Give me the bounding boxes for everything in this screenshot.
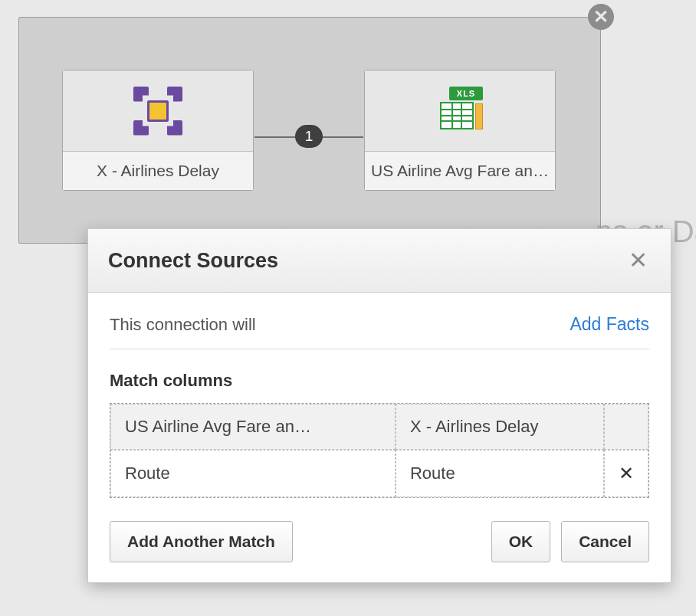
- ok-button[interactable]: OK: [491, 521, 551, 562]
- connection-will-row: This connection will Add Facts: [110, 293, 649, 349]
- dialog-header: Connect Sources ✕: [88, 229, 671, 293]
- dialog-title: Connect Sources: [108, 249, 278, 273]
- match-left-column[interactable]: Route: [110, 450, 396, 497]
- remove-match-button[interactable]: ✕: [604, 450, 648, 497]
- source-box-left[interactable]: X - Airlines Delay: [62, 70, 254, 191]
- canvas-close-button[interactable]: ✕: [588, 4, 614, 30]
- source-left-label: X - Airlines Delay: [63, 152, 253, 190]
- table-header-row: US Airline Avg Fare an… X - Airlines Del…: [110, 404, 648, 450]
- connect-sources-dialog: Connect Sources ✕ This connection will A…: [87, 228, 671, 583]
- close-icon: ✕: [629, 247, 648, 273]
- header-left-source[interactable]: US Airline Avg Fare an…: [110, 404, 396, 450]
- subject-area-icon: [63, 70, 253, 152]
- header-action-cell: [604, 404, 648, 450]
- dialog-close-button[interactable]: ✕: [625, 246, 651, 275]
- add-another-match-button[interactable]: Add Another Match: [110, 521, 293, 562]
- close-icon: ✕: [593, 8, 609, 26]
- header-right-source[interactable]: X - Airlines Delay: [396, 404, 604, 450]
- match-right-column[interactable]: Route: [396, 450, 604, 497]
- table-row: Route Route ✕: [110, 450, 648, 497]
- match-columns-heading: Match columns: [110, 371, 649, 391]
- match-columns-table: US Airline Avg Fare an… X - Airlines Del…: [110, 403, 649, 498]
- xls-file-icon: XLS: [365, 70, 555, 152]
- dialog-body: This connection will Add Facts Match col…: [88, 293, 671, 582]
- source-right-label: US Airline Avg Fare an…: [365, 152, 555, 190]
- cancel-button[interactable]: Cancel: [561, 521, 649, 562]
- dialog-footer: Add Another Match OK Cancel: [110, 498, 649, 562]
- data-sources-canvas: ✕ X - Airlines Delay 1 XLS US Airline Av…: [18, 17, 601, 244]
- connection-will-label: This connection will: [110, 315, 256, 335]
- add-facts-link[interactable]: Add Facts: [570, 314, 649, 335]
- source-box-right[interactable]: XLS US Airline Avg Fare an…: [364, 70, 556, 191]
- remove-icon: ✕: [619, 463, 634, 483]
- connector-count-badge[interactable]: 1: [295, 125, 323, 148]
